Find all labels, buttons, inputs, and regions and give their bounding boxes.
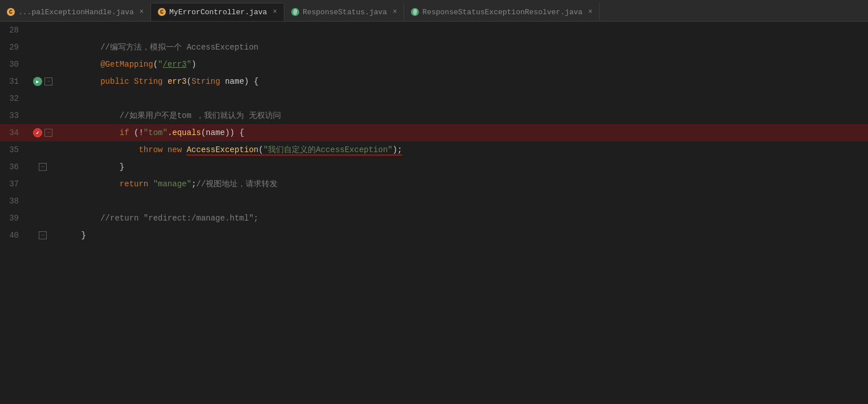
table-row: 38 (0, 193, 868, 210)
line-number-37: 37 (0, 176, 26, 193)
line-content-35: throw new AccessException("我们自定义的AccessE… (60, 141, 868, 158)
tab-icon-response-status: @ (291, 8, 299, 16)
table-row: 39 //return "redirect:/manage.html"; (0, 210, 868, 227)
tab-exception-handle[interactable]: C ...palExceptionHandle.java × (0, 3, 151, 21)
line-number-35: 35 (0, 141, 26, 158)
tab-close-controller[interactable]: × (273, 8, 277, 16)
code-content: 28 29 //编写方法，模拟一个 AccessException 30 @Ge… (0, 22, 868, 404)
line-number-34: 34 (0, 124, 26, 141)
table-row: 33 //如果用户不是tom ，我们就认为 无权访问 (0, 107, 868, 124)
line-gutter-34: ✓ − (26, 124, 60, 141)
line-number-39: 39 (0, 210, 26, 227)
line-content-33: //如果用户不是tom ，我们就认为 无权访问 (60, 107, 868, 124)
line-number-30: 30 (0, 56, 26, 73)
table-row: 32 (0, 90, 868, 107)
table-row: 28 (0, 22, 868, 39)
line-gutter-32 (26, 90, 60, 107)
line-gutter-39 (26, 210, 60, 227)
line-gutter-36: − (26, 158, 60, 176)
table-row: 30 @GetMapping("/err3") (0, 56, 868, 73)
line-number-28: 28 (0, 22, 26, 39)
table-row: 29 //编写方法，模拟一个 AccessException (0, 39, 868, 56)
line-gutter-31: ▶ − (26, 73, 60, 90)
line-content-37: return "manage";//视图地址，请求转发 (60, 176, 868, 193)
line-content-36: } (60, 158, 868, 176)
line-number-38: 38 (0, 193, 26, 210)
line-number-40: 40 (0, 227, 26, 244)
line-content-31: public String err3(String name) { (60, 73, 868, 90)
tab-close-response-status[interactable]: × (393, 8, 397, 16)
fold-icon-34[interactable]: − (44, 129, 52, 137)
tab-label-response-status: ResponseStatus.java (303, 8, 387, 17)
line-number-29: 29 (0, 39, 26, 56)
line-gutter-40: − (26, 227, 60, 244)
line-gutter-30 (26, 56, 60, 73)
editor-area: 28 29 //编写方法，模拟一个 AccessException 30 @Ge… (0, 22, 868, 404)
breakpoint-icon-34[interactable]: ✓ (33, 128, 42, 137)
table-row: 40 − } (0, 227, 868, 244)
line-number-33: 33 (0, 107, 26, 124)
tab-icon-resolver: @ (411, 8, 419, 16)
tab-response-status[interactable]: @ ResponseStatus.java × (284, 3, 404, 21)
tab-close-resolver[interactable]: × (588, 8, 592, 16)
line-gutter-38 (26, 193, 60, 210)
table-row: 34 ✓ − if (!"tom".equals(name)) { (0, 124, 868, 141)
line-gutter-35 (26, 141, 60, 158)
line-number-31: 31 (0, 73, 26, 90)
tab-response-status-resolver[interactable]: @ ResponseStatusExceptionResolver.java × (404, 3, 600, 21)
line-content-30: @GetMapping("/err3") (60, 56, 868, 73)
tab-label-resolver: ResponseStatusExceptionResolver.java (422, 8, 582, 17)
table-row: 31 ▶ − public String err3(String name) { (0, 73, 868, 90)
line-content-32 (60, 90, 868, 107)
tab-bar: C ...palExceptionHandle.java × C MyError… (0, 0, 868, 22)
tab-close-exception[interactable]: × (140, 8, 144, 16)
tab-label-controller: MyErrorController.java (169, 8, 267, 17)
line-number-32: 32 (0, 90, 26, 107)
run-icon-31[interactable]: ▶ (33, 77, 42, 86)
line-gutter-37 (26, 176, 60, 193)
line-number-36: 36 (0, 158, 26, 176)
line-content-34: if (!"tom".equals(name)) { (60, 124, 868, 141)
line-gutter-29 (26, 39, 60, 56)
tab-icon-exception: C (7, 8, 15, 16)
line-gutter-33 (26, 107, 60, 124)
tab-label-exception: ...palExceptionHandle.java (18, 8, 134, 17)
line-content-40: } (60, 227, 868, 244)
table-row: 36 − } (0, 158, 868, 176)
error-underline-access-exception: AccessException("我们自定义的AccessException")… (186, 145, 402, 156)
tab-icon-controller: C (158, 8, 166, 16)
table-row: 35 throw new AccessException("我们自定义的Acce… (0, 141, 868, 158)
line-content-38 (60, 193, 868, 210)
line-content-29: //编写方法，模拟一个 AccessException (60, 39, 868, 56)
line-gutter-28 (26, 22, 60, 39)
line-content-28 (60, 22, 868, 39)
fold-icon-31[interactable]: − (44, 77, 52, 85)
fold-icon-40[interactable]: − (39, 231, 47, 239)
fold-icon-36[interactable]: − (39, 163, 47, 171)
table-row: 37 return "manage";//视图地址，请求转发 (0, 176, 868, 193)
line-content-39: //return "redirect:/manage.html"; (60, 210, 868, 227)
tab-my-error-controller[interactable]: C MyErrorController.java × (151, 3, 284, 21)
